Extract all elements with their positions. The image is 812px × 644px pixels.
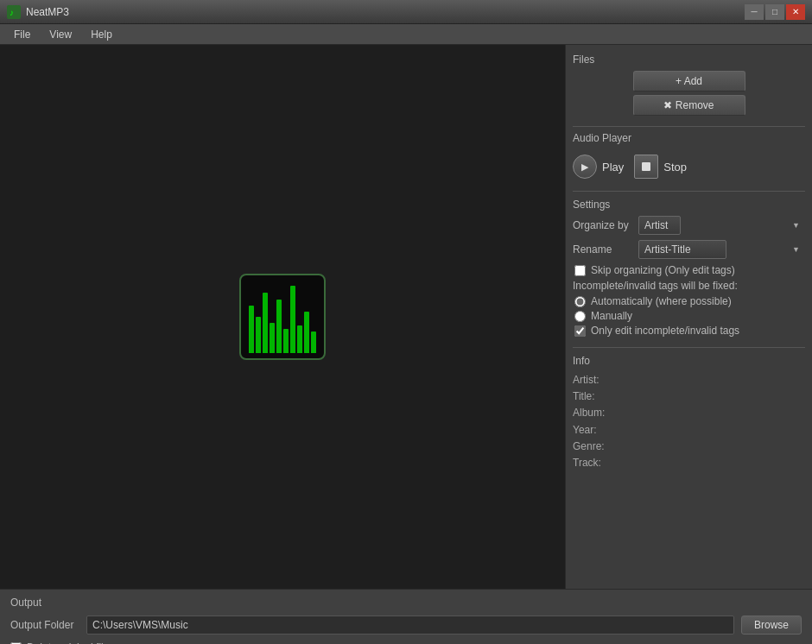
vis-bar (256, 317, 261, 353)
vis-bar (276, 300, 282, 353)
stop-square (642, 162, 650, 171)
settings-label: Settings (573, 199, 805, 211)
track-info: Track: (573, 455, 805, 471)
title-bar: ♪ NeatMP3 ─ □ ✕ (0, 0, 812, 24)
minimize-button[interactable]: ─ (745, 4, 764, 20)
vis-bar (249, 306, 254, 353)
vis-bar (283, 329, 289, 353)
output-label: Output (10, 597, 802, 609)
audio-controls: ▶ Play Stop (573, 149, 805, 184)
audio-player-section: Audio Player ▶ Play Stop (573, 126, 805, 184)
info-content: Artist: Title: Album: Year: Genre: Track… (573, 372, 805, 471)
visualizer (239, 274, 326, 360)
incomplete-label: Incomplete/invalid tags will be fixed: (573, 280, 805, 292)
stop-icon (634, 155, 658, 179)
auto-fix-label: Automatically (where possible) (591, 295, 732, 307)
files-section: Files + Add ✖ Remove (573, 52, 805, 119)
maximize-button[interactable]: □ (765, 4, 784, 20)
files-buttons: + Add ✖ Remove (573, 71, 805, 116)
vis-bar (311, 331, 316, 353)
window-controls: ─ □ ✕ (745, 4, 805, 20)
window-title: NeatMP3 (26, 6, 69, 18)
vis-bar (304, 312, 309, 353)
output-folder-row: Output Folder C:\Users\VMS\Music Browse (10, 616, 802, 635)
visualizer-panel (0, 45, 566, 589)
vis-bar (263, 293, 268, 353)
genre-info: Genre: (573, 439, 805, 455)
organize-by-row: Organize by Artist Album Genre Year (573, 216, 805, 235)
browse-button[interactable]: Browse (741, 616, 802, 635)
close-button[interactable]: ✕ (786, 4, 805, 20)
info-label: Info (573, 355, 805, 367)
skip-organizing-checkbox[interactable] (574, 265, 586, 276)
add-button[interactable]: + Add (633, 71, 745, 92)
rename-select[interactable]: Artist-Title Title Track-Title Artist-Tr… (638, 240, 726, 259)
play-control[interactable]: ▶ Play (573, 155, 624, 179)
vis-bar (297, 325, 302, 353)
auto-radio-row: Automatically (where possible) (573, 295, 805, 307)
audio-player-label: Audio Player (573, 132, 805, 144)
menu-help[interactable]: Help (82, 27, 121, 42)
settings-section: Settings Organize by Artist Album Genre … (573, 191, 805, 340)
artist-info: Artist: (573, 372, 805, 388)
info-section: Info Artist: Title: Album: Year: Genre: … (573, 347, 805, 582)
album-info: Album: (573, 405, 805, 421)
app-icon: ♪ (7, 5, 21, 19)
only-edit-row: Only edit incomplete/invalid tags (573, 325, 805, 337)
output-folder-label: Output Folder (10, 619, 79, 631)
right-panel: Files + Add ✖ Remove Audio Player ▶ Play… (566, 45, 812, 589)
menu-bar: File View Help (0, 24, 812, 45)
main-container: Files + Add ✖ Remove Audio Player ▶ Play… (0, 45, 812, 589)
auto-fix-radio[interactable] (574, 296, 586, 307)
manually-fix-radio[interactable] (574, 311, 586, 322)
play-icon: ▶ (573, 155, 597, 179)
output-folder-input[interactable]: C:\Users\VMS\Music (86, 616, 734, 635)
skip-organizing-row: Skip organizing (Only edit tags) (573, 264, 805, 276)
stop-label: Stop (663, 161, 687, 174)
manually-radio-row: Manually (573, 310, 805, 322)
only-edit-label: Only edit incomplete/invalid tags (591, 325, 739, 337)
svg-text:♪: ♪ (10, 8, 14, 17)
menu-view[interactable]: View (41, 27, 80, 42)
manually-fix-label: Manually (591, 310, 632, 322)
rename-wrapper: Artist-Title Title Track-Title Artist-Tr… (638, 240, 805, 259)
remove-button[interactable]: ✖ Remove (633, 95, 745, 116)
title-info: Title: (573, 388, 805, 405)
year-info: Year: (573, 422, 805, 439)
play-label: Play (602, 161, 624, 174)
vis-bar (290, 286, 295, 353)
menu-file[interactable]: File (5, 27, 39, 42)
only-edit-checkbox[interactable] (574, 325, 586, 337)
stop-control[interactable]: Stop (634, 155, 687, 179)
organize-by-label: Organize by (573, 219, 635, 231)
output-panel: Output Output Folder C:\Users\VMS\Music … (0, 589, 812, 644)
organize-by-wrapper: Artist Album Genre Year (638, 216, 805, 235)
files-label: Files (573, 54, 805, 66)
rename-row: Rename Artist-Title Title Track-Title Ar… (573, 240, 805, 259)
rename-label: Rename (573, 243, 635, 256)
vis-bar (270, 323, 275, 353)
organize-by-select[interactable]: Artist Album Genre Year (638, 216, 681, 235)
skip-organizing-label: Skip organizing (Only edit tags) (591, 264, 735, 276)
